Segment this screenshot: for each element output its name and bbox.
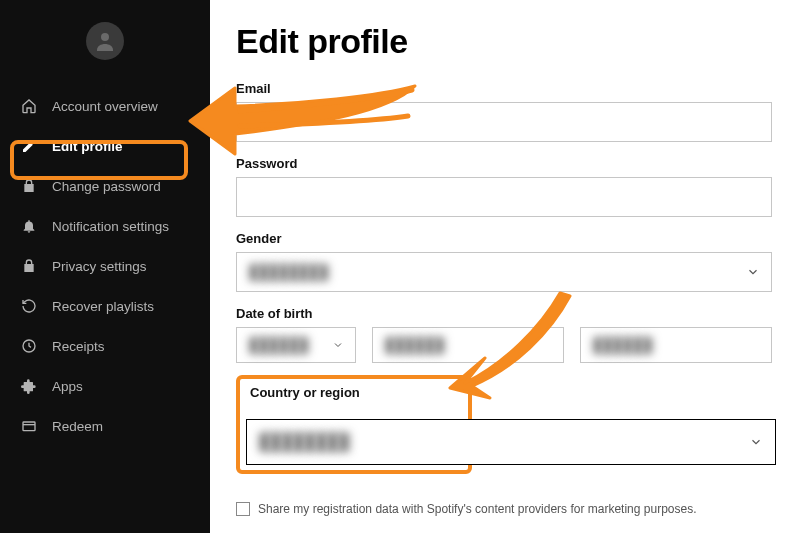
sidebar-item-label: Account overview	[52, 99, 158, 114]
sidebar-item-privacy-settings[interactable]: Privacy settings	[0, 246, 210, 286]
dob-month-value: ██████	[249, 337, 309, 353]
email-field[interactable]	[236, 102, 772, 142]
avatar[interactable]	[86, 22, 124, 60]
share-data-label: Share my registration data with Spotify'…	[258, 502, 697, 516]
bell-icon	[20, 217, 38, 235]
sidebar-item-redeem[interactable]: Redeem	[0, 406, 210, 446]
country-value: ████████	[259, 433, 350, 451]
lock-icon	[20, 177, 38, 195]
gender-label: Gender	[236, 231, 772, 246]
dob-year-field[interactable]: ██████	[580, 327, 772, 363]
sidebar-item-label: Edit profile	[52, 139, 123, 154]
sidebar-item-change-password[interactable]: Change password	[0, 166, 210, 206]
clock-icon	[20, 337, 38, 355]
sidebar-item-label: Recover playlists	[52, 299, 154, 314]
main-content: Edit profile Email Password Gender █████…	[210, 0, 800, 533]
share-data-row: Share my registration data with Spotify'…	[236, 502, 772, 516]
sidebar-item-label: Redeem	[52, 419, 103, 434]
sidebar-item-label: Privacy settings	[52, 259, 147, 274]
chevron-down-icon	[749, 435, 763, 449]
avatar-wrap	[0, 22, 210, 60]
sidebar-item-label: Apps	[52, 379, 83, 394]
puzzle-icon	[20, 377, 38, 395]
dob-day-field[interactable]: ██████	[372, 327, 564, 363]
country-label: Country or region	[250, 385, 458, 400]
card-icon	[20, 417, 38, 435]
country-select[interactable]: ████████	[246, 419, 776, 465]
email-label: Email	[236, 81, 772, 96]
share-data-checkbox[interactable]	[236, 502, 250, 516]
dob-day-value: ██████	[385, 337, 445, 353]
dob-label: Date of birth	[236, 306, 772, 321]
password-label: Password	[236, 156, 772, 171]
sidebar-item-recover-playlists[interactable]: Recover playlists	[0, 286, 210, 326]
sidebar: Account overview Edit profile Change pas…	[0, 0, 210, 533]
sidebar-item-notification-settings[interactable]: Notification settings	[0, 206, 210, 246]
svg-point-0	[101, 33, 109, 41]
sidebar-item-account-overview[interactable]: Account overview	[0, 86, 210, 126]
dob-month-select[interactable]: ██████	[236, 327, 356, 363]
sidebar-item-receipts[interactable]: Receipts	[0, 326, 210, 366]
dob-year-value: ██████	[593, 337, 653, 353]
sidebar-item-apps[interactable]: Apps	[0, 366, 210, 406]
gender-select[interactable]: ████████	[236, 252, 772, 292]
password-field[interactable]	[236, 177, 772, 217]
sidebar-item-label: Receipts	[52, 339, 105, 354]
home-icon	[20, 97, 38, 115]
sidebar-item-label: Change password	[52, 179, 161, 194]
lock-icon	[20, 257, 38, 275]
pencil-icon	[20, 137, 38, 155]
user-icon	[93, 29, 117, 53]
sidebar-item-edit-profile[interactable]: Edit profile	[0, 126, 210, 166]
gender-value: ████████	[249, 264, 328, 280]
svg-rect-2	[23, 422, 35, 431]
refresh-icon	[20, 297, 38, 315]
page-title: Edit profile	[236, 22, 772, 61]
sidebar-item-label: Notification settings	[52, 219, 169, 234]
